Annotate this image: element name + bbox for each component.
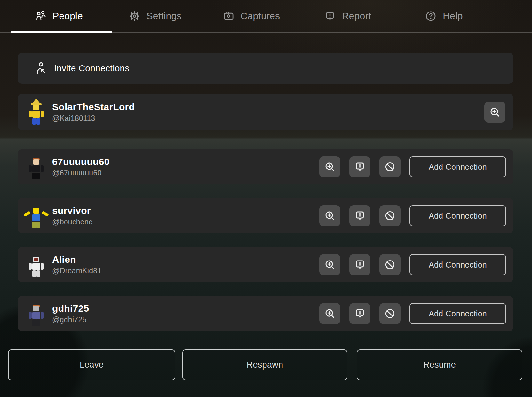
block-player-button[interactable] bbox=[379, 205, 401, 226]
player-row-survivor: survivor @bouchene Add Connection bbox=[18, 198, 513, 233]
inspect-player-button[interactable] bbox=[484, 102, 505, 123]
inspect-player-button[interactable] bbox=[319, 205, 340, 226]
row-actions: Add Connection bbox=[319, 156, 506, 177]
player-username: @Kai180113 bbox=[52, 115, 135, 122]
avatar bbox=[27, 203, 45, 229]
people-icon bbox=[35, 10, 46, 22]
inspect-player-button[interactable] bbox=[319, 303, 340, 324]
add-connection-button[interactable]: Add Connection bbox=[409, 156, 506, 177]
player-list: 67uuuuuu60 @67uuuuuu60 Add Connection su… bbox=[18, 149, 513, 345]
player-row-local: SolarTheStarLord @Kai180113 bbox=[18, 94, 513, 130]
block-icon bbox=[384, 307, 396, 320]
report-icon bbox=[354, 161, 366, 173]
avatar bbox=[27, 99, 45, 125]
report-player-button[interactable] bbox=[349, 254, 370, 275]
inspect-player-button[interactable] bbox=[319, 156, 340, 177]
player-name: gdhi725 bbox=[52, 304, 89, 313]
active-tab-underline bbox=[11, 31, 112, 33]
player-username: @67uuuuuu60 bbox=[52, 169, 110, 177]
invite-person-icon bbox=[34, 61, 48, 75]
player-name: 67uuuuuu60 bbox=[52, 157, 110, 167]
block-player-button[interactable] bbox=[379, 156, 401, 177]
add-connection-button[interactable]: Add Connection bbox=[409, 303, 506, 324]
avatar bbox=[27, 252, 45, 277]
invite-connections-label: Invite Connections bbox=[54, 63, 130, 74]
resume-button[interactable]: Resume bbox=[357, 349, 522, 380]
block-icon bbox=[384, 161, 396, 173]
report-icon bbox=[324, 10, 336, 22]
add-connection-button[interactable]: Add Connection bbox=[409, 205, 506, 226]
zoom-in-icon bbox=[489, 106, 501, 118]
zoom-in-icon bbox=[324, 161, 336, 173]
player-row-67uuuuuu60: 67uuuuuu60 @67uuuuuu60 Add Connection bbox=[18, 149, 513, 184]
gear-icon bbox=[129, 10, 140, 22]
player-name: survivor bbox=[52, 206, 93, 215]
row-actions: Add Connection bbox=[319, 254, 506, 275]
row-actions: Add Connection bbox=[319, 303, 506, 324]
player-username: @bouchene bbox=[52, 218, 93, 226]
row-actions: Add Connection bbox=[319, 205, 506, 226]
tab-help[interactable]: Help bbox=[396, 0, 492, 32]
zoom-in-icon bbox=[324, 210, 336, 222]
help-icon bbox=[425, 10, 437, 22]
add-connection-button[interactable]: Add Connection bbox=[409, 254, 506, 275]
leave-button[interactable]: Leave bbox=[8, 349, 175, 380]
inspect-player-button[interactable] bbox=[319, 254, 340, 275]
nav-tabs: People Settings Captures Report Help bbox=[11, 0, 492, 32]
top-nav: People Settings Captures Report Help bbox=[0, 0, 532, 33]
report-icon bbox=[354, 210, 366, 222]
player-username: @DreamKid81 bbox=[52, 267, 102, 275]
report-player-button[interactable] bbox=[349, 303, 370, 324]
player-row-gdhi725: gdhi725 @gdhi725 Add Connection bbox=[18, 296, 513, 331]
invite-connections-button[interactable]: Invite Connections bbox=[18, 53, 513, 84]
block-icon bbox=[384, 210, 396, 222]
camera-icon bbox=[223, 10, 234, 22]
tab-report[interactable]: Report bbox=[299, 0, 396, 32]
report-player-button[interactable] bbox=[349, 205, 370, 226]
player-username: @gdhi725 bbox=[52, 316, 89, 323]
report-player-button[interactable] bbox=[349, 156, 370, 177]
player-name: Alien bbox=[52, 255, 102, 264]
block-icon bbox=[384, 259, 396, 271]
tab-people[interactable]: People bbox=[11, 0, 107, 32]
zoom-in-icon bbox=[324, 307, 336, 320]
avatar bbox=[27, 301, 45, 326]
report-icon bbox=[354, 259, 366, 271]
block-player-button[interactable] bbox=[379, 254, 401, 275]
avatar bbox=[27, 154, 45, 180]
block-player-button[interactable] bbox=[379, 303, 401, 324]
player-row-Alien: Alien @DreamKid81 Add Connection bbox=[18, 247, 513, 282]
tab-settings[interactable]: Settings bbox=[107, 0, 203, 32]
tab-captures[interactable]: Captures bbox=[203, 0, 299, 32]
zoom-in-icon bbox=[324, 259, 336, 271]
report-icon bbox=[354, 307, 366, 320]
respawn-button[interactable]: Respawn bbox=[182, 349, 347, 380]
player-name: SolarTheStarLord bbox=[52, 102, 135, 112]
